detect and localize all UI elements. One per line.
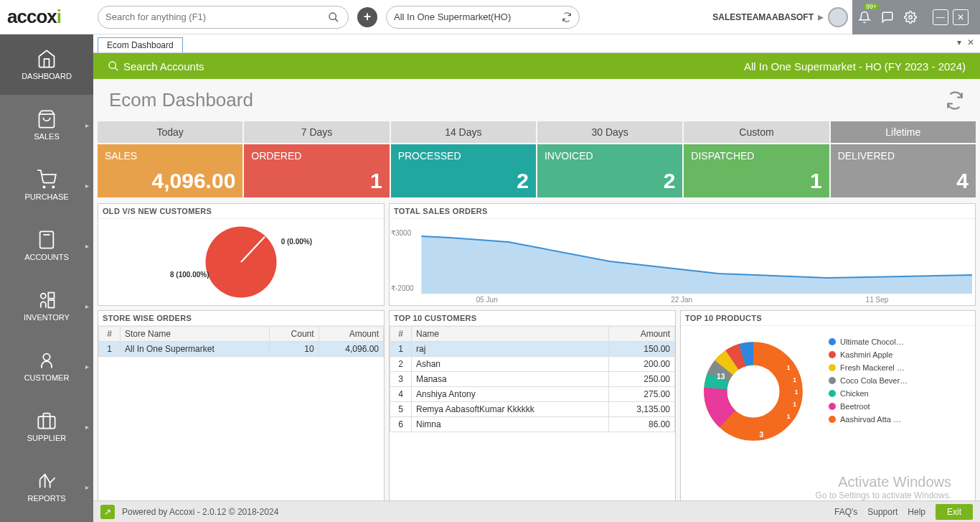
- legend-item[interactable]: Kashmiri Apple: [829, 350, 908, 359]
- card-title: STORE WISE ORDERS: [98, 311, 384, 326]
- card-title: TOTAL SALES ORDERS: [390, 204, 975, 219]
- period-tab-7-days[interactable]: 7 Days: [244, 121, 389, 143]
- footer-logo-icon: ↗: [100, 505, 115, 519]
- table-row[interactable]: 2Ashan200.00: [390, 357, 675, 372]
- card-title: TOP 10 CUSTOMERS: [390, 311, 675, 326]
- kpi-label: DELIVERED: [838, 150, 969, 162]
- search-icon[interactable]: [108, 60, 119, 72]
- legend-item[interactable]: Fresh Mackerel …: [829, 363, 908, 372]
- table-row[interactable]: 3Manasa250.00: [390, 372, 675, 387]
- th[interactable]: #: [99, 327, 121, 342]
- y-tick: ₹-2000: [391, 284, 414, 292]
- app-logo: accoxi: [0, 6, 93, 28]
- legend-item[interactable]: Chicken: [829, 389, 908, 398]
- tab-ecom-dashboard[interactable]: Ecom Dashboard: [98, 37, 183, 52]
- sidebar-item-purchase[interactable]: PURCHASE ▸: [0, 155, 93, 215]
- donut-legend: Ultimate Chocol…Kashmiri AppleFresh Mack…: [829, 330, 908, 452]
- table-row[interactable]: 6Nimna86.00: [390, 417, 675, 432]
- refresh-button[interactable]: [946, 91, 964, 110]
- context-bar: Search Accounts All In One Supermarket -…: [93, 53, 980, 79]
- kpi-label: SALES: [105, 150, 235, 162]
- period-tab-lifetime[interactable]: Lifetime: [831, 121, 976, 143]
- sidebar-item-customer[interactable]: CUSTOMER ▸: [0, 336, 93, 396]
- search-icon[interactable]: [326, 10, 341, 24]
- close-button[interactable]: ✕: [953, 9, 969, 25]
- page-header: Ecom Dashboard: [93, 79, 980, 121]
- svg-line-23: [115, 67, 118, 70]
- gear-icon[interactable]: [904, 11, 917, 24]
- th[interactable]: Amount: [319, 327, 383, 342]
- chevron-right-icon: ▸: [85, 182, 89, 190]
- footer-link-support[interactable]: Support: [867, 507, 897, 517]
- legend-item[interactable]: Coco Cola Bever…: [829, 376, 908, 385]
- search-input[interactable]: [105, 11, 326, 22]
- legend-item[interactable]: Aashirvad Atta …: [829, 415, 908, 424]
- svg-rect-6: [40, 231, 54, 248]
- chat-icon[interactable]: [881, 11, 894, 24]
- period-tab-custom[interactable]: Custom: [684, 121, 829, 143]
- sidebar-item-reports[interactable]: REPORTS ▸: [0, 457, 93, 517]
- kpi-invoiced[interactable]: INVOICED2: [537, 144, 682, 197]
- card-old-new-customers: OLD V/S NEW CUSTOMERS 0 (0.00%) 8 (100.0…: [98, 203, 385, 306]
- card-top-products: TOP 10 PRODUCTS: [680, 310, 976, 518]
- kpi-ordered[interactable]: ORDERED1: [244, 144, 389, 197]
- svg-rect-16: [48, 293, 54, 299]
- th[interactable]: Amount: [608, 327, 674, 342]
- footer-link-help[interactable]: Help: [908, 507, 925, 517]
- kpi-delivered[interactable]: DELIVERED4: [831, 144, 976, 197]
- period-tab-today[interactable]: Today: [98, 121, 242, 143]
- table-row[interactable]: 5Remya AabasoftKumar Kkkkkk3,135.00: [390, 402, 675, 417]
- svg-rect-15: [48, 300, 54, 308]
- bell-icon[interactable]: [858, 11, 871, 24]
- inventory-icon: [36, 290, 57, 310]
- refresh-icon[interactable]: [562, 12, 572, 22]
- legend-item[interactable]: Ultimate Chocol…: [829, 337, 908, 346]
- chevron-right-icon: ▸: [85, 423, 89, 431]
- store-name: All In One Supermarket(HO): [394, 11, 511, 22]
- exit-button[interactable]: Exit: [936, 504, 973, 520]
- th[interactable]: #: [390, 327, 412, 342]
- search-accounts-link[interactable]: Search Accounts: [123, 60, 204, 73]
- chevron-right-icon: ▸: [818, 10, 824, 24]
- th[interactable]: Count: [270, 327, 319, 342]
- table-row[interactable]: 4Anshiya Antony275.00: [390, 387, 675, 402]
- dropdown-icon[interactable]: ▾: [957, 37, 961, 47]
- card-top-customers: TOP 10 CUSTOMERS # Name Amount 1raj150.0…: [389, 310, 676, 518]
- page-title: Ecom Dashboard: [109, 89, 253, 111]
- kpi-dispatched[interactable]: DISPATCHED1: [684, 144, 829, 197]
- user-icon: [36, 350, 57, 370]
- kpi-value: 1: [251, 169, 382, 193]
- store-selector[interactable]: All In One Supermarket(HO): [386, 6, 580, 29]
- pie-label-new: 0 (0.00%): [281, 238, 312, 246]
- context-label: All In One Supermarket - HO (FY 2023 - 2…: [744, 60, 966, 73]
- footer-link-faqs[interactable]: FAQ's: [834, 507, 857, 517]
- period-tab-30-days[interactable]: 30 Days: [537, 121, 682, 143]
- minimize-button[interactable]: —: [933, 9, 948, 25]
- add-button[interactable]: +: [357, 7, 377, 27]
- kpi-processed[interactable]: PROCESSED2: [391, 144, 536, 197]
- kpi-value: 2: [545, 169, 675, 193]
- sidebar-item-sales[interactable]: SALES ▸: [0, 95, 93, 155]
- th[interactable]: Name: [412, 327, 609, 342]
- sidebar-item-supplier[interactable]: SUPPLIER ▸: [0, 396, 93, 457]
- th[interactable]: Store Name: [121, 327, 270, 342]
- store-table: # Store Name Count Amount 1All In One Su…: [98, 326, 384, 357]
- user-name[interactable]: SALESTEAMAABASOFT: [712, 12, 814, 22]
- svg-text:3: 3: [760, 431, 764, 439]
- period-tab-14-days[interactable]: 14 Days: [391, 121, 536, 143]
- tab-close-icon[interactable]: ✕: [967, 37, 974, 47]
- table-row[interactable]: 1All In One Supermarket104,096.00: [99, 342, 384, 357]
- sidebar-item-accounts[interactable]: ACCOUNTS ▸: [0, 215, 93, 276]
- sidebar-item-dashboard[interactable]: DASHBOARD: [0, 34, 93, 95]
- chevron-right-icon: ▸: [85, 302, 89, 310]
- kpi-sales[interactable]: SALES4,096.00: [98, 144, 242, 197]
- avatar[interactable]: [828, 7, 848, 27]
- svg-text:1: 1: [795, 388, 798, 396]
- chevron-right-icon: ▸: [85, 363, 89, 370]
- svg-point-2: [909, 15, 913, 19]
- pie-label-old: 8 (100.00%): [170, 271, 209, 279]
- table-row[interactable]: 1raj150.00: [390, 342, 675, 357]
- global-search[interactable]: [98, 6, 349, 29]
- legend-item[interactable]: Beetroot: [829, 402, 908, 411]
- sidebar-item-inventory[interactable]: INVENTORY ▸: [0, 276, 93, 336]
